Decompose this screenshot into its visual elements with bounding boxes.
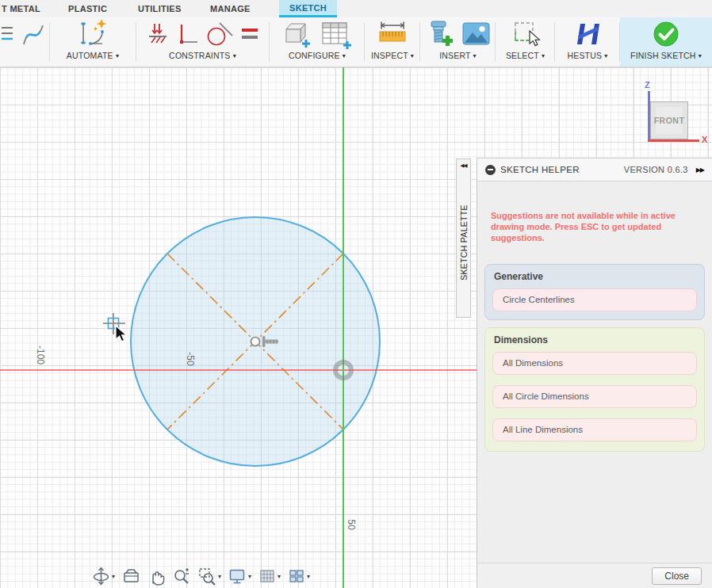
collapse-circle-icon[interactable]	[485, 165, 496, 175]
configure-dropdown[interactable]: CONFIGURE ▾	[289, 51, 346, 60]
zoom-button[interactable]	[173, 567, 191, 586]
chevron-down-icon: ▾	[307, 573, 310, 580]
circle-centerlines-button[interactable]: Circle Centerlines	[492, 288, 697, 311]
axis-label-y-50: 50	[346, 519, 357, 529]
tab-utilities[interactable]: UTILITIES	[138, 0, 182, 17]
grid-settings-icon	[258, 567, 276, 585]
mouse-cursor-icon	[116, 326, 126, 342]
chevron-down-icon: ▾	[278, 573, 281, 580]
suggestions-warning-text: Suggestions are not available while in a…	[491, 210, 702, 243]
chevron-down-icon: ▾	[248, 573, 251, 580]
sketch-palette-tab[interactable]: ◀◀ SKETCH PALETTE	[456, 158, 471, 318]
inspect-ruler-icon[interactable]	[377, 20, 408, 48]
insert-dropdown[interactable]: INSERT ▾	[439, 51, 477, 60]
chevron-down-icon: ▾	[233, 52, 236, 59]
circle-center-point[interactable]	[251, 338, 260, 346]
ribbon-toolbar: AUTOMATE ▾	[0, 17, 712, 67]
all-circle-dimensions-button[interactable]: All Circle Dimensions	[492, 385, 697, 408]
insert-bolt-icon[interactable]	[425, 18, 455, 50]
automate-dropdown[interactable]: AUTOMATE ▾	[67, 51, 119, 60]
configure-table-icon[interactable]	[320, 18, 353, 50]
chevron-down-icon: ▾	[218, 573, 221, 580]
viewports-button[interactable]: ▾	[288, 567, 310, 585]
zoom-window-icon	[198, 567, 216, 586]
viewports-icon	[288, 567, 305, 585]
select-box-icon[interactable]	[511, 20, 541, 48]
all-dimensions-button[interactable]: All Dimensions	[492, 352, 697, 375]
sketch-helper-body: Suggestions are not available while in a…	[477, 210, 712, 452]
chevron-down-icon: ▾	[343, 52, 346, 59]
viewcube-x-axis	[648, 139, 699, 142]
navigation-bar: ▾	[92, 564, 310, 588]
sketch-helper-header: SKETCH HELPER VERSION 0.6.3 ▶▶	[477, 158, 712, 181]
chevron-down-icon: ▾	[542, 52, 545, 59]
tangent-constraint-icon[interactable]	[205, 21, 234, 47]
viewcube: Z FRONT X	[634, 74, 710, 149]
perpendicular-constraint-icon[interactable]	[175, 22, 199, 46]
dimensions-section: Dimensions All Dimensions All Circle Dim…	[484, 327, 705, 452]
look-at-icon	[122, 567, 140, 585]
viewcube-front-face[interactable]: FRONT	[650, 101, 688, 139]
toolgroup-hestus: HESTUS ▾	[555, 17, 620, 67]
chevron-down-icon: ▾	[411, 52, 414, 59]
chevron-down-icon: ▾	[116, 52, 119, 59]
grid-settings-button[interactable]: ▾	[258, 567, 281, 585]
all-line-dimensions-button[interactable]: All Line Dimensions	[492, 418, 697, 441]
tab-metal[interactable]: T METAL	[2, 0, 40, 17]
panel-version: VERSION 0.6.3	[624, 165, 688, 174]
sketch-helper-panel: SKETCH HELPER VERSION 0.6.3 ▶▶ Suggestio…	[477, 158, 712, 588]
chevron-down-icon: ▾	[604, 52, 607, 59]
tab-plastic[interactable]: PLASTIC	[68, 0, 107, 17]
tab-sketch[interactable]: SKETCH	[279, 0, 337, 17]
finish-sketch-check-icon[interactable]	[650, 18, 682, 50]
finish-sketch-dropdown[interactable]: FINISH SKETCH ▾	[630, 51, 702, 60]
toolgroup-constraints: CONSTRAINTS ▾	[136, 17, 269, 67]
automate-dimension-icon[interactable]	[77, 18, 109, 50]
toolgroup-configure: CONFIGURE ▾	[270, 17, 365, 67]
chevron-down-icon: ▾	[473, 52, 477, 59]
hestus-dropdown[interactable]: HESTUS ▾	[567, 51, 607, 60]
axis-label-x-50: -50	[185, 352, 196, 365]
orbit-button[interactable]: ▾	[92, 567, 115, 586]
chevron-down-icon: ▾	[112, 573, 115, 580]
insert-image-icon[interactable]	[461, 21, 492, 48]
constraints-dropdown[interactable]: CONSTRAINTS ▾	[169, 51, 236, 60]
viewcube-x-label: X	[702, 135, 707, 144]
hestus-logo-icon[interactable]	[573, 20, 602, 48]
tab-manage[interactable]: MANAGE	[210, 0, 251, 17]
display-settings-button[interactable]: ▾	[228, 567, 251, 585]
axis-label-x-100: -100	[35, 346, 46, 365]
generative-section: Generative Circle Centerlines	[484, 264, 705, 320]
equal-constraint-icon[interactable]	[240, 25, 259, 43]
select-dropdown[interactable]: SELECT ▾	[506, 51, 545, 60]
toolgroup-finish-sketch: FINISH SKETCH ▾	[620, 17, 712, 67]
fix-constraint-icon[interactable]	[147, 21, 169, 47]
ribbon-tabbar: T METAL PLASTIC UTILITIES MANAGE SKETCH	[0, 0, 712, 17]
toolgroup-create-partial	[0, 17, 49, 67]
configure-box-icon[interactable]	[281, 18, 313, 50]
panel-title: SKETCH HELPER	[500, 165, 580, 174]
generative-section-title: Generative	[494, 271, 697, 282]
zoom-window-button[interactable]: ▾	[198, 567, 221, 586]
zoom-icon	[173, 567, 191, 586]
expand-right-icon[interactable]: ▶▶	[696, 166, 704, 174]
toolgroup-insert: INSERT ▾	[420, 17, 496, 67]
toolgroup-select: SELECT ▾	[496, 17, 555, 67]
toolgroup-inspect: INSPECT ▾	[365, 17, 420, 67]
dimensions-section-title: Dimensions	[494, 334, 697, 346]
pan-button[interactable]	[147, 567, 166, 586]
collapse-left-icon: ◀◀	[461, 162, 467, 169]
sketch-palette-label: SKETCH PALETTE	[459, 205, 469, 281]
orbit-icon	[92, 567, 110, 586]
offset-lines-icon[interactable]	[2, 21, 14, 48]
chevron-down-icon: ▾	[699, 52, 702, 59]
spline-icon[interactable]	[21, 20, 48, 48]
display-settings-icon	[228, 567, 247, 585]
toolgroup-automate: AUTOMATE ▾	[50, 17, 136, 67]
fusion-sketch-app: T METAL PLASTIC UTILITIES MANAGE SKETCH	[0, 0, 712, 588]
sketch-helper-footer: Close	[477, 563, 712, 588]
close-button[interactable]: Close	[652, 567, 702, 585]
viewcube-z-label: Z	[645, 80, 650, 90]
inspect-dropdown[interactable]: INSPECT ▾	[371, 51, 414, 60]
look-at-button[interactable]	[122, 567, 140, 585]
